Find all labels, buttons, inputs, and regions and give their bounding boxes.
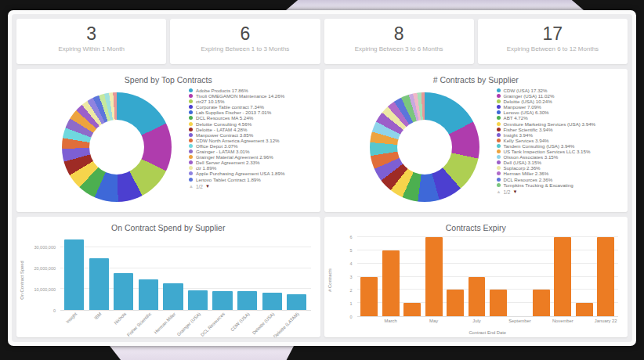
legend-item[interactable]: ctr27 10.15% <box>189 99 320 104</box>
legend-label: Manpower 7.09% <box>504 104 541 110</box>
bar[interactable] <box>114 273 133 310</box>
legend-item[interactable]: Tivoli OMEGAMON Maintenance 14.26% <box>189 93 320 99</box>
legend-item[interactable]: DCL Resources MA 5.24% <box>189 115 320 121</box>
legend-label: CDW North America Agreement 3.12% <box>196 138 280 143</box>
legend-label: Dell Server Agreement 2.33% <box>196 160 260 165</box>
bar[interactable] <box>533 290 550 316</box>
legend-page-up-icon[interactable]: ▲ <box>497 189 501 194</box>
bar-slot: IBM <box>87 237 112 310</box>
legend-item[interactable]: Apple Purchasing Agreement USA 1.89% <box>189 171 320 176</box>
legend-page-down-icon[interactable]: ▼ <box>205 184 210 189</box>
x-tick-label: Deloitte (LATAM) <box>273 311 300 337</box>
legend-label: DCL Resources MA 5.24% <box>196 115 253 121</box>
legend-item[interactable]: Herman Miller 2.36% <box>497 171 628 176</box>
kpi-card-expiring-3-6-months[interactable]: 8 Expiring Between 3 to 6 Months <box>324 19 474 64</box>
legend-label: Lab Supplies Fischer - 2013 7.01% <box>196 110 271 115</box>
kpi-card-expiring-1-3-months[interactable]: 6 Expiring Between 1 to 3 Months <box>170 19 320 64</box>
legend-item[interactable]: Office Depot 3.07% <box>189 143 320 149</box>
donut-chart-contracts-by-supplier[interactable] <box>370 92 479 202</box>
legend-item[interactable]: Corporate Table contract 7.34% <box>189 104 320 110</box>
legend-pagination: ▲ 1/2 ▼ <box>189 184 320 189</box>
legend-item[interactable]: Deloitte (USA) 10.24% <box>497 99 628 104</box>
legend-item[interactable]: Omniture Marketing Services (USA) 3.94% <box>497 121 628 127</box>
bar[interactable] <box>403 303 421 316</box>
legend-item[interactable]: Lenovo Tablet Contract 1.89% <box>189 177 320 182</box>
kpi-card-expiring-1-month[interactable]: 3 Expiring Within 1 Month <box>16 19 166 64</box>
bar[interactable] <box>490 290 507 316</box>
legend-item[interactable]: Dell Server Agreement 2.33% <box>189 160 320 165</box>
legend-item[interactable]: DCL Resources 2.36% <box>497 177 628 182</box>
bar[interactable] <box>212 291 232 310</box>
legend-item[interactable]: ctr 1.89% <box>189 165 320 171</box>
bar[interactable] <box>360 277 378 317</box>
legend-dot-icon <box>189 178 193 182</box>
bar[interactable] <box>597 237 614 316</box>
legend-item[interactable]: CDW North America Agreement 3.12% <box>189 138 320 143</box>
bar[interactable] <box>262 293 282 310</box>
kpi-label: Expiring Between 3 to 6 Months <box>324 45 474 52</box>
legend-page-up-icon[interactable]: ▲ <box>189 184 194 189</box>
legend-item[interactable]: Lenovo (USA) 6.30% <box>497 110 628 115</box>
legend-dot-icon <box>189 139 193 142</box>
legend-item[interactable]: Deloitte - LATAM 4.28% <box>189 127 320 132</box>
bar[interactable] <box>64 239 84 310</box>
x-tick-label: January 22 <box>595 319 617 323</box>
y-tick-label: 1 <box>349 301 352 306</box>
legend-page-down-icon[interactable]: ▼ <box>513 189 518 194</box>
legend-dot-icon <box>189 110 193 114</box>
legend-item[interactable]: Tompkins Trucking & Excavating <box>497 182 628 188</box>
bar-slot: Grainger (USA) <box>186 237 211 310</box>
bar[interactable] <box>382 250 400 316</box>
legend-item[interactable]: Dell (USA) 3.15% <box>497 160 628 165</box>
bar[interactable] <box>237 291 257 310</box>
legend-item[interactable]: Grainger Material Agreement 2.96% <box>189 154 320 160</box>
legend-item[interactable]: Lab Supplies Fischer - 2013 7.01% <box>189 110 320 115</box>
legend-label: CDW (USA) 17.32% <box>504 88 548 93</box>
legend-item[interactable]: Deloitte Consulting 4.56% <box>189 121 320 127</box>
x-tick-label: May <box>429 319 438 323</box>
legend-item[interactable]: Grainger - LATAM 3.01% <box>189 149 320 154</box>
legend-item[interactable]: Insight 3.94% <box>497 132 628 138</box>
bar[interactable] <box>447 290 464 316</box>
bar[interactable] <box>576 303 593 316</box>
legend-item[interactable]: Manpower 7.09% <box>497 104 628 110</box>
legend-label: Suplacorp 2.36% <box>504 165 541 171</box>
bar[interactable] <box>188 290 208 311</box>
bar[interactable] <box>139 279 158 310</box>
donut-chart-spend-by-top-contracts[interactable] <box>62 92 172 202</box>
chart-legend: Adobe Products 17.86%Tivoli OMEGAMON Mai… <box>189 88 320 189</box>
monitor-stand <box>110 346 294 360</box>
legend-item[interactable]: CDW (USA) 17.32% <box>497 88 628 93</box>
plot-area: InsightIBMNicholsFisher ScientificHerman… <box>60 237 311 311</box>
legend-item[interactable]: ABT 4.72% <box>497 115 628 121</box>
chart-card-spend-by-top-contracts: Spend by Top Contracts Adobe Products 17… <box>16 69 320 212</box>
legend-item[interactable]: Grainger (USA) 11.02% <box>497 93 628 99</box>
legend-item[interactable]: Suplacorp 2.36% <box>497 165 628 171</box>
kpi-card-expiring-6-12-months[interactable]: 17 Expiring Between 6 to 12 Months <box>478 19 628 64</box>
legend-item[interactable]: Kelly Services 3.94% <box>497 138 628 143</box>
x-tick-label: IBM <box>93 311 103 321</box>
bar[interactable] <box>469 277 486 317</box>
legend-item[interactable]: Olsson Associates 3.15% <box>497 154 628 160</box>
bar[interactable] <box>425 237 443 316</box>
legend-dot-icon <box>497 171 501 175</box>
chart-title: Spend by Top Contracts <box>16 69 320 85</box>
bars: MarchMayJulySeptemberNovemberJanuary 22 <box>357 237 619 316</box>
legend-label: US Tank Inspection Services LLC 3.15% <box>504 149 591 154</box>
legend-page-indicator: 1/2 <box>503 189 510 195</box>
bar[interactable] <box>287 294 306 310</box>
dashboard-canvas: 3 Expiring Within 1 Month 6 Expiring Bet… <box>12 14 632 342</box>
legend-dot-icon <box>497 144 501 148</box>
legend-item[interactable]: Tandem Consulting (USA) 3.94% <box>497 143 628 149</box>
legend-items: CDW (USA) 17.32%Grainger (USA) 11.02%Del… <box>497 88 628 188</box>
legend-dot-icon <box>189 160 193 164</box>
legend-label: Apple Purchasing Agreement USA 1.89% <box>196 171 285 176</box>
bar[interactable] <box>163 283 183 310</box>
legend-item[interactable]: Adobe Products 17.86% <box>189 88 320 93</box>
bar[interactable] <box>89 258 109 310</box>
legend-item[interactable]: US Tank Inspection Services LLC 3.15% <box>497 149 628 154</box>
legend-label: Fisher Scientific 3.94% <box>504 127 553 132</box>
legend-item[interactable]: Fisher Scientific 3.94% <box>497 127 628 132</box>
legend-item[interactable]: Manpower Contract 3.85% <box>189 132 320 138</box>
bar[interactable] <box>554 237 571 316</box>
